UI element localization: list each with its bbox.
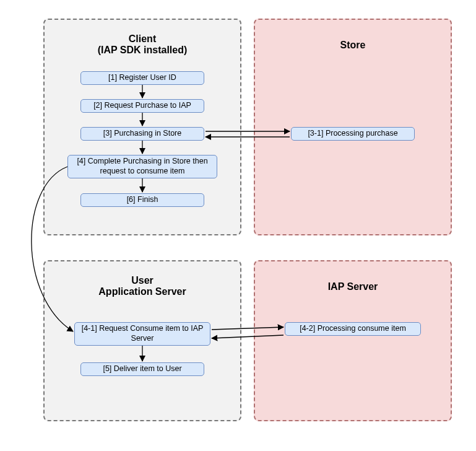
- node-deliver-item: [5] Deliver item to User: [80, 362, 204, 376]
- node-processing-consume-item: [4-2] Processing consume item: [285, 322, 421, 336]
- node-finish: [6] Finish: [80, 193, 204, 207]
- panel-title-iap-server: IAP Server: [255, 281, 451, 292]
- node-request-purchase: [2] Request Purchase to IAP: [80, 99, 204, 113]
- node-complete-purchasing: [4] Complete Purchasing in Store then re…: [67, 155, 217, 178]
- node-purchasing-in-store: [3] Purchasing in Store: [80, 127, 204, 141]
- panel-title-user-server: User Application Server: [45, 275, 240, 297]
- diagram-canvas: Client (IAP SDK installed) Store User Ap…: [0, 0, 476, 451]
- panel-title-store: Store: [255, 40, 451, 51]
- panel-title-client: Client (IAP SDK installed): [45, 33, 240, 56]
- node-processing-purchase: [3-1] Processing purchase: [291, 127, 415, 141]
- panel-iap-server: IAP Server: [254, 260, 452, 421]
- node-register-user-id: [1] Register User ID: [80, 71, 204, 85]
- node-request-consume-item: [4-1] Request Consume item to IAP Server: [74, 322, 210, 346]
